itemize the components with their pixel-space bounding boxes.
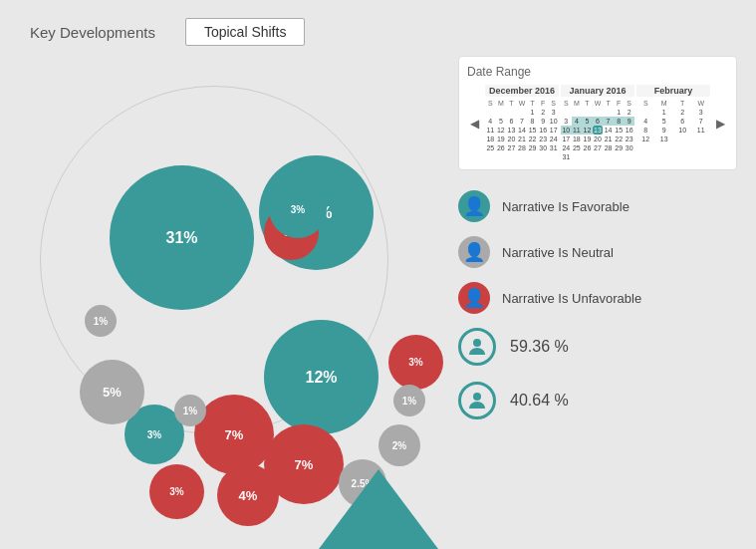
cal-day[interactable]: 24 (561, 143, 572, 152)
cal-day[interactable] (593, 108, 604, 117)
cal-day[interactable]: 7 (692, 117, 711, 126)
cal-day[interactable]: 2 (673, 108, 692, 117)
cal-day[interactable]: 29 (614, 143, 625, 152)
cal-day[interactable]: 12 (496, 126, 507, 135)
cal-day[interactable]: 29 (527, 143, 538, 152)
cal-day-header: M (655, 99, 674, 108)
cal-day[interactable]: 27 (506, 143, 517, 152)
cal-day[interactable]: 20 (506, 135, 517, 143)
cal-day[interactable]: 28 (603, 143, 614, 152)
cal-day[interactable]: 6 (506, 117, 517, 126)
topical-shifts-button[interactable]: Topical Shifts (185, 18, 305, 46)
cal-day[interactable]: 26 (496, 143, 507, 152)
cal-day[interactable]: 27 (593, 143, 604, 152)
cal-day[interactable]: 3 (561, 117, 572, 126)
cal-day[interactable]: 25 (572, 143, 583, 152)
cal-day-header: S (485, 99, 496, 108)
cal-day[interactable]: 5 (496, 117, 507, 126)
cal-day[interactable]: 14 (603, 126, 614, 135)
key-developments-label: Key Developments (30, 24, 155, 41)
cal-day[interactable]: 2 (624, 108, 634, 117)
cal-day-header: T (603, 99, 614, 108)
cal-day[interactable]: 14 (517, 126, 528, 135)
cal-day[interactable]: 4 (636, 117, 655, 126)
cal-day[interactable] (485, 108, 496, 117)
cal-day[interactable]: 25 (485, 143, 496, 152)
cal-day[interactable]: 13 (593, 126, 604, 135)
cal-day[interactable] (572, 108, 583, 117)
cal-day[interactable]: 6 (673, 117, 692, 126)
main-content: 31%12%12%3%3%3%3%7%7%4%5%1%1%1%2%2.5%3% … (0, 56, 756, 514)
cal-day[interactable]: 7 (603, 117, 614, 126)
cal-day[interactable]: 5 (582, 117, 593, 126)
cal-day[interactable] (496, 108, 507, 117)
cal-day[interactable]: 7 (517, 117, 528, 126)
cal-day[interactable]: 28 (517, 143, 528, 152)
cal-day[interactable]: 15 (614, 126, 625, 135)
cal-day[interactable]: 3 (692, 108, 711, 117)
cal-next-arrow[interactable]: ▶ (713, 117, 728, 131)
cal-day[interactable]: 4 (485, 117, 496, 126)
cal-day[interactable] (582, 108, 593, 117)
cal-day[interactable]: 31 (548, 143, 559, 152)
cal-day[interactable]: 12 (582, 126, 593, 135)
cal-day[interactable]: 4 (572, 117, 583, 126)
cal-day[interactable]: 21 (517, 135, 528, 143)
cal-day[interactable] (561, 108, 572, 117)
cal-day[interactable]: 21 (603, 135, 614, 143)
cal-day[interactable]: 17 (561, 135, 572, 143)
cal-day[interactable]: 15 (527, 126, 538, 135)
cal-day[interactable]: 18 (572, 135, 583, 143)
cal-day[interactable]: 8 (614, 117, 625, 126)
cal-day[interactable]: 9 (655, 126, 674, 135)
cal-day[interactable]: 10 (561, 126, 572, 135)
cal-day[interactable]: 16 (624, 126, 634, 135)
cal-day[interactable]: 18 (485, 135, 496, 143)
cal-day[interactable]: 22 (614, 135, 625, 143)
cal-day[interactable]: 8 (636, 126, 655, 135)
cal-day[interactable]: 1 (655, 108, 674, 117)
cal-day[interactable]: 22 (527, 135, 538, 143)
cal-day[interactable]: 13 (655, 135, 674, 143)
cal-day[interactable] (636, 108, 655, 117)
cal-day[interactable]: 11 (692, 126, 711, 135)
cal-day[interactable]: 10 (548, 117, 559, 126)
cal-day[interactable]: 2 (538, 108, 549, 117)
cal-day[interactable]: 1 (614, 108, 625, 117)
cal-day[interactable]: 13 (506, 126, 517, 135)
cal-day[interactable]: 19 (496, 135, 507, 143)
cal-day[interactable]: 12 (636, 135, 655, 143)
cal-day[interactable]: 30 (538, 143, 549, 152)
cal-day[interactable]: 19 (582, 135, 593, 143)
cal-day[interactable]: 23 (538, 135, 549, 143)
calendar-widget: Date Range ◀ December 2016SMTWTFS1234567… (458, 56, 737, 170)
cal-day[interactable]: 9 (624, 117, 634, 126)
cal-day[interactable] (506, 108, 517, 117)
cal-day[interactable]: 24 (548, 135, 559, 143)
cal-day[interactable]: 31 (561, 152, 572, 161)
cal-day[interactable]: 23 (624, 135, 634, 143)
cal-day[interactable]: 1 (527, 108, 538, 117)
cal-day[interactable]: 11 (485, 126, 496, 135)
cal-day-header: W (517, 99, 528, 108)
cal-prev-arrow[interactable]: ◀ (467, 117, 482, 131)
stat-icon-1 (458, 328, 496, 366)
cal-day[interactable]: 8 (527, 117, 538, 126)
cal-day[interactable]: 16 (538, 126, 549, 135)
cal-day[interactable]: 11 (572, 126, 583, 135)
cal-day[interactable]: 3 (548, 108, 559, 117)
cal-day[interactable] (603, 108, 614, 117)
cal-day[interactable]: 10 (673, 126, 692, 135)
cal-day[interactable] (517, 108, 528, 117)
cal-day[interactable]: 26 (582, 143, 593, 152)
cal-day[interactable]: 20 (593, 135, 604, 143)
favorable-label: Narrative Is Favorable (502, 199, 630, 214)
cal-day[interactable]: 9 (538, 117, 549, 126)
cal-day[interactable]: 30 (624, 143, 634, 152)
cal-day[interactable]: 5 (655, 117, 674, 126)
cal-day-header: M (572, 99, 583, 108)
cal-day-header: W (593, 99, 604, 108)
cal-day[interactable]: 6 (593, 117, 604, 126)
cal-day[interactable]: 17 (548, 126, 559, 135)
bubble-b12: 1% (85, 305, 117, 337)
